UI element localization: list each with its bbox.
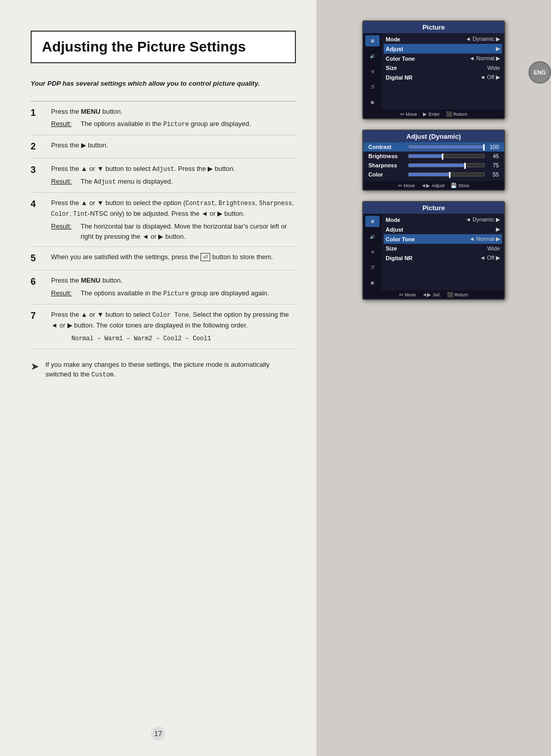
return-icon-1: ⬛: [446, 111, 452, 117]
page-title: Adjusting the Picture Settings: [42, 39, 285, 55]
result-label-1: Result:: [51, 119, 77, 130]
sel-icon-3: ◄▶: [422, 292, 431, 297]
tv-panel-1-menu: Mode ◄ Dynamic ▶ Adjust ▶ Color Tone ◄ N…: [382, 33, 504, 110]
tip-text: If you make any changes to these setting…: [45, 360, 296, 380]
tv-icon-sound-1: 🔊: [365, 51, 380, 62]
main-content: Adjusting the Picture Settings Your PDP …: [0, 0, 316, 756]
result-label-3: Result:: [51, 177, 77, 187]
color-value: 55: [487, 171, 499, 178]
page-title-box: Adjusting the Picture Settings: [31, 31, 296, 63]
tv-panel-2-footer: ⇔ Move ◄▶ Adjust 💾 Store: [363, 181, 504, 190]
move-label-1: Move: [406, 112, 417, 117]
brightness-value: 45: [487, 153, 499, 159]
contrast-value: 100: [487, 144, 499, 150]
sharpness-bar-fill: [409, 164, 465, 167]
step-content-2: Press the ▶ button.: [51, 140, 296, 153]
tv-row-adjust-3: Adjust ▶: [384, 224, 502, 234]
tv-row-digitalnr-3: Digital NR ◄ Off ▶: [384, 253, 502, 263]
tv-icon-pip-3: ▣: [365, 277, 380, 288]
sel-label-3: Sel.: [433, 292, 441, 297]
enter-icon-1: ▶: [423, 111, 427, 117]
footer-return-3: ⬛ Return: [447, 292, 468, 297]
tv-icon-setup-3: ⚙: [365, 246, 380, 258]
adjust-row-color: Color 55: [363, 170, 504, 179]
enter-label-1: Enter: [429, 112, 440, 117]
step-content-1: Press the MENU button. Result: The optio…: [51, 107, 296, 130]
step-6: 6 Press the MENU button. Result: The opt…: [31, 270, 296, 305]
tv-panel-2: Adjust (Dynamic) Contrast 100 Brightness: [362, 130, 505, 191]
tv-row-size-1: Size Wide: [384, 63, 502, 72]
step-content-3: Press the ▲ or ▼ button to select Adjust…: [51, 164, 296, 187]
tv-panel-1-footer: ⇔ Move ▶ Enter ⬛ Return: [363, 110, 504, 118]
footer-adjust-2: ◄▶ Adjust: [421, 183, 444, 188]
step-number-7: 7: [31, 311, 43, 321]
brightness-bar: [408, 154, 485, 158]
tv-icon-picture-3: 🖥: [365, 216, 380, 227]
brightness-bar-fill: [409, 155, 443, 158]
step-number-1: 1: [31, 108, 43, 118]
step-4: 4 Press the ▲ or ▼ button to select the …: [31, 193, 296, 247]
page-container: Adjusting the Picture Settings Your PDP …: [0, 0, 551, 756]
footer-return-1: ⬛ Return: [446, 111, 467, 117]
tv-panel-1-body: 🖥 🔊 ⚙ ☰ ▣ Mode ◄ Dynamic ▶ Adjust ▶: [363, 33, 504, 110]
right-sidebar: ENG Picture 🖥 🔊 ⚙ ☰ ▣ Mode ◄ Dynamic ▶: [316, 0, 551, 756]
step-content-7: Press the ▲ or ▼ button to select Color …: [51, 310, 296, 344]
tv-icon-sound-3: 🔊: [365, 231, 380, 242]
menu-bold-1: MENU: [81, 108, 101, 115]
sharpness-bar: [408, 163, 485, 167]
step-content-5: When you are satisfied with the settings…: [51, 252, 296, 265]
move-icon-1: ⇔: [400, 111, 404, 117]
tv-panel-3-menu: Mode ◄ Dynamic ▶ Adjust ▶ Color Tone ◄ N…: [382, 214, 504, 290]
adjust-icon-2: ◄▶: [421, 183, 430, 188]
result-text-1: The options available in the Picture gro…: [81, 119, 251, 130]
return-label-3: Return: [455, 292, 468, 297]
tv-icon-function-3: ☰: [365, 262, 380, 273]
step-3: 3 Press the ▲ or ▼ button to select Adju…: [31, 159, 296, 193]
tv-icon-setup-1: ⚙: [365, 66, 380, 77]
tv-icon-function-1: ☰: [365, 81, 380, 92]
step-5: 5 When you are satisfied with the settin…: [31, 247, 296, 270]
tip-row: ➤ If you make any changes to these setti…: [31, 360, 296, 380]
contrast-bar: [408, 145, 485, 149]
brightness-label: Brightness: [368, 153, 404, 159]
step-7: 7 Press the ▲ or ▼ button to select Colo…: [31, 305, 296, 349]
result-text-6: The options available in the Picture gro…: [81, 288, 269, 299]
color-label: Color: [368, 171, 404, 178]
tv-sidebar-icons-1: 🖥 🔊 ⚙ ☰ ▣: [363, 33, 382, 110]
step-1: 1 Press the MENU button. Result: The opt…: [31, 102, 296, 136]
sharpness-label: Sharpness: [368, 162, 404, 168]
move-icon-3: ⇔: [399, 292, 403, 297]
store-label-2: Store: [458, 183, 469, 188]
tip-arrow-icon: ➤: [31, 359, 39, 374]
footer-enter-1: ▶ Enter: [423, 111, 440, 117]
store-button-ref: ⏎: [201, 253, 210, 261]
tv-row-mode-3: Mode ◄ Dynamic ▶: [384, 215, 502, 224]
move-label-2: Move: [404, 183, 415, 188]
page-number: 17: [151, 726, 165, 741]
step-number-5: 5: [31, 253, 43, 264]
contrast-label: Contrast: [368, 144, 404, 150]
tv-row-digitalnr-1: Digital NR ◄ Off ▶: [384, 72, 502, 82]
tv-row-colortone-3: Color Tone ◄ Normal ▶: [384, 234, 502, 244]
footer-move-1: ⇔ Move: [400, 111, 417, 117]
footer-store-2: 💾 Store: [450, 183, 469, 188]
tv-panel-3-body: 🖥 🔊 ⚙ ☰ ▣ Mode ◄ Dynamic ▶ Adjust ▶: [363, 214, 504, 290]
intro-text: Your PDP has several settings which allo…: [31, 79, 296, 89]
adjust-label-2: Adjust: [432, 183, 444, 188]
contrast-bar-fill: [409, 145, 484, 148]
tv-panel-1-header: Picture: [363, 21, 504, 33]
step-content-6: Press the MENU button. Result: The optio…: [51, 275, 296, 299]
step-content-4: Press the ▲ or ▼ button to select the op…: [51, 198, 296, 241]
return-label-1: Return: [454, 112, 467, 117]
tv-sidebar-icons-3: 🖥 🔊 ⚙ ☰ ▣: [363, 214, 382, 290]
adjust-row-sharpness: Sharpness 75: [363, 161, 504, 170]
result-text-3: The Adjust menu is displayed.: [81, 177, 173, 187]
tv-row-adjust-1: Adjust ▶: [384, 44, 502, 54]
sharpness-value: 75: [487, 162, 499, 168]
tv-panel-3-footer: ⇔ Move ◄▶ Sel. ⬛ Return: [363, 290, 504, 299]
step-number-4: 4: [31, 199, 43, 210]
menu-bold-6: MENU: [81, 276, 101, 284]
color-bar-fill: [409, 173, 450, 176]
tv-row-size-3: Size Wide: [384, 244, 502, 253]
tv-panel-3: Picture 🖥 🔊 ⚙ ☰ ▣ Mode ◄ Dynamic ▶ Adjus…: [362, 201, 505, 300]
